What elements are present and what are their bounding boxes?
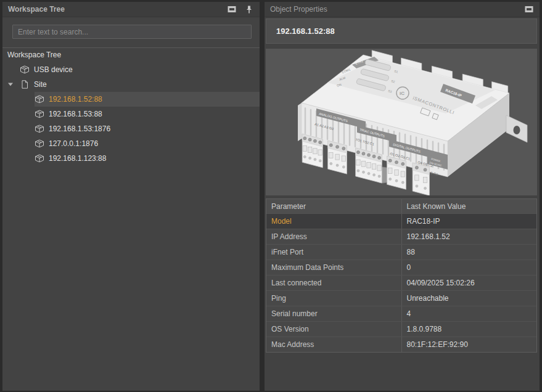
table-row-maximum-data-points[interactable]: Maximum Data Points 0: [266, 259, 536, 275]
tree-item-label: 192.168.1.123:88: [49, 154, 106, 163]
table-row-ping[interactable]: Ping Unreachable: [266, 290, 536, 306]
tree-item-127-0-0-1-1876[interactable]: 127.0.0.1:1876: [2, 136, 260, 151]
workspace-tree-title: Workspace Tree: [8, 5, 65, 14]
param-cell: Serial number: [266, 306, 401, 321]
chevron-down-icon[interactable]: [7, 82, 15, 87]
object-properties-panel: Object Properties 192.168.1.52:88: [265, 2, 540, 391]
object-properties-titlebar: Object Properties: [265, 2, 540, 17]
workspace-tree-body: Workspace Tree: [2, 17, 260, 391]
value-cell: RAC18-IP: [401, 214, 537, 229]
float-window-icon[interactable]: [227, 5, 237, 14]
table-row-serial-number[interactable]: Serial number 4: [266, 306, 536, 321]
device-box-icon: [35, 154, 44, 163]
param-cell: IP Address: [266, 229, 401, 244]
tree-item-192-168-1-53-88[interactable]: 192.168.1.53:88: [2, 107, 260, 121]
device-image: ETH1 COM1 ALM ON S1 S2 S3 iC: [266, 49, 537, 195]
device-box-icon: [35, 95, 44, 104]
tree-item-label: 127.0.0.1:1876: [49, 139, 98, 148]
device-box-icon: [20, 65, 30, 74]
value-cell: 0: [401, 260, 537, 275]
column-header-last-known-value: Last Known Value: [401, 199, 537, 213]
value-cell: Unreachable: [401, 291, 537, 306]
tree-item-usb-device[interactable]: USB device: [2, 62, 260, 77]
object-properties-body: 192.168.1.52:88: [265, 17, 540, 391]
tree-root-workspace-tree[interactable]: Workspace Tree: [2, 48, 260, 62]
value-cell: 88: [401, 245, 537, 259]
value-cell: 4: [401, 306, 537, 321]
table-row-mac-address[interactable]: Mac Address 80:1F:12:EF:92:90: [266, 337, 536, 352]
param-cell: iFnet Port: [266, 245, 401, 259]
column-header-parameter: Parameter: [266, 199, 401, 213]
value-cell: 04/09/2025 15:02:26: [401, 276, 537, 290]
object-title: 192.168.1.52:88: [276, 27, 335, 36]
tree-item-192-168-1-52-88[interactable]: 192.168.1.52:88: [2, 92, 260, 107]
value-cell: 1.8.0.9788: [401, 322, 537, 337]
device-box-icon: [35, 125, 44, 133]
object-header: 192.168.1.52:88: [266, 18, 537, 44]
table-row-last-connected[interactable]: Last connected 04/09/2025 15:02:26: [266, 275, 536, 290]
tree-item-192-168-1-53-1876[interactable]: 192.168.1.53:1876: [2, 121, 260, 136]
float-window-icon[interactable]: [524, 5, 534, 14]
value-cell: 80:1F:12:EF:92:90: [401, 337, 537, 352]
table-row-ip-address[interactable]: IP Address 192.168.1.52: [266, 229, 536, 244]
tree-item-site[interactable]: Site: [2, 77, 260, 92]
pin-icon[interactable]: [244, 5, 254, 14]
document-icon: [20, 80, 30, 89]
param-cell: Ping: [266, 291, 401, 306]
device-box-icon: [35, 139, 44, 148]
table-row-os-version[interactable]: OS Version 1.8.0.9788: [266, 321, 536, 337]
tree-item-label: Site: [34, 80, 47, 89]
svg-text:iC: iC: [400, 91, 404, 96]
properties-table: Parameter Last Known Value Model RAC18-I…: [266, 198, 537, 353]
param-cell: OS Version: [266, 322, 401, 337]
application-window: Workspace Tree Workspace Tree: [0, 0, 542, 392]
param-cell: Mac Address: [266, 337, 401, 352]
workspace-tree-titlebar: Workspace Tree: [2, 2, 260, 17]
table-row-model[interactable]: Model RAC18-IP: [266, 213, 536, 229]
tree-item-label: USB device: [34, 65, 73, 74]
workspace-tree-panel: Workspace Tree Workspace Tree: [2, 2, 260, 391]
tree-item-label: 192.168.1.53:1876: [49, 125, 110, 133]
table-header-row: Parameter Last Known Value: [266, 199, 536, 213]
workspace-tree: Workspace Tree: [2, 47, 260, 166]
tree-item-192-168-1-123-88[interactable]: 192.168.1.123:88: [2, 151, 260, 166]
search-input[interactable]: [12, 25, 252, 39]
device-box-icon: [35, 110, 44, 118]
object-properties-title: Object Properties: [270, 5, 327, 14]
param-cell: Maximum Data Points: [266, 260, 401, 275]
tree-item-label: 192.168.1.53:88: [49, 110, 102, 118]
value-cell: 192.168.1.52: [401, 229, 537, 244]
tree-item-label: 192.168.1.52:88: [49, 95, 102, 104]
param-cell: Model: [266, 214, 401, 229]
param-cell: Last connected: [266, 276, 401, 290]
table-row-ifnet-port[interactable]: iFnet Port 88: [266, 244, 536, 259]
panel-splitter[interactable]: [260, 2, 265, 391]
